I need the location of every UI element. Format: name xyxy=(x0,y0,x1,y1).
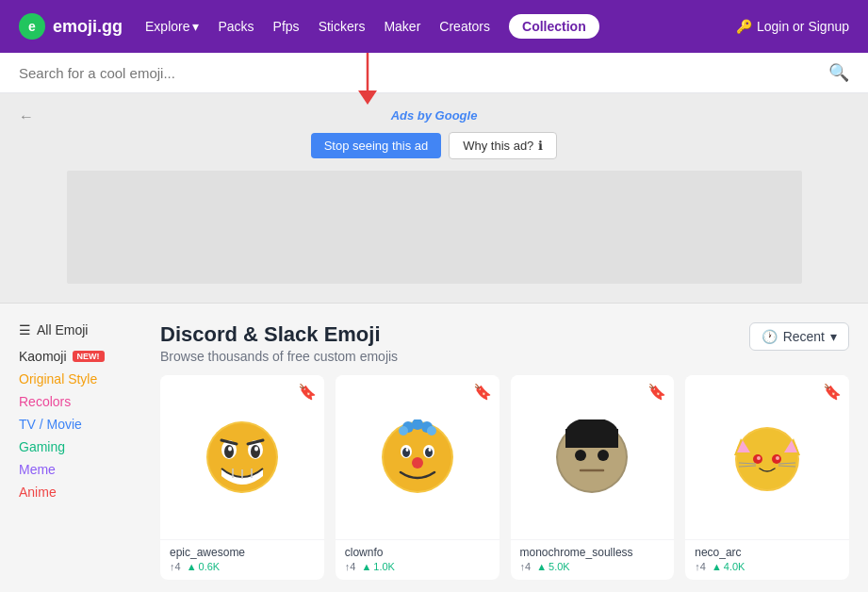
section-header: Discord & Slack Emoji Browse thousands o… xyxy=(160,322,849,364)
bookmark-icon[interactable]: 🔖 xyxy=(823,383,842,401)
svg-point-34 xyxy=(598,450,609,461)
svg-point-33 xyxy=(575,450,586,461)
svg-marker-1 xyxy=(358,90,377,105)
stat-growth: ▲ 0.6K xyxy=(187,561,221,572)
ad-buttons: Stop seeing this ad Why this ad? ℹ xyxy=(311,132,558,159)
nav-pfps[interactable]: Pfps xyxy=(273,19,300,34)
section-subtitle: Browse thousands of free custom emojis xyxy=(160,349,398,364)
section-title: Discord & Slack Emoji xyxy=(160,322,398,347)
emoji-section: Discord & Slack Emoji Browse thousands o… xyxy=(160,322,849,580)
sidebar-item-all-emoji[interactable]: ☰ All Emoji xyxy=(19,322,141,337)
chevron-down-icon: ▾ xyxy=(830,329,837,344)
sidebar-item-gaming[interactable]: Gaming xyxy=(19,439,141,454)
sidebar-item-kaomoji[interactable]: Kaomoji New! xyxy=(19,349,141,364)
svg-point-45 xyxy=(776,456,779,460)
header: e emoji.gg Explore ▾ Packs Pfps Stickers… xyxy=(0,0,868,53)
meme-label: Meme xyxy=(19,462,56,477)
emoji-stats: ↑4 ▲ 1.0K xyxy=(345,561,490,572)
gaming-label: Gaming xyxy=(19,439,65,454)
logo-name: emoji.gg xyxy=(53,17,123,37)
back-arrow[interactable]: ← xyxy=(19,108,34,125)
card-info: epic_awesome ↑4 ▲ 0.6K xyxy=(160,539,324,580)
emoji-grid: 🔖 epic_awesome ↑4 ▲ 0.6K xyxy=(160,375,849,580)
why-ad-button[interactable]: Why this ad? ℹ xyxy=(449,132,557,159)
recent-button[interactable]: 🕐 Recent ▾ xyxy=(749,322,849,351)
ad-area: ← Ads by Google Stop seeing this ad Why … xyxy=(0,93,868,304)
sidebar-item-tv-movie[interactable]: TV / Movie xyxy=(19,417,141,432)
arrow-annotation xyxy=(349,53,386,113)
emoji-stats: ↑4 ▲ 0.6K xyxy=(170,561,315,572)
search-input[interactable] xyxy=(19,65,828,81)
bookmark-icon[interactable]: 🔖 xyxy=(298,383,317,401)
svg-point-27 xyxy=(405,448,408,452)
menu-icon: ☰ xyxy=(19,322,31,337)
sidebar-item-meme[interactable]: Meme xyxy=(19,462,141,477)
svg-point-22 xyxy=(412,457,423,469)
stat-count: ↑4 xyxy=(695,561,706,572)
emoji-name: epic_awesome xyxy=(170,546,315,559)
emoji-stats: ↑4 ▲ 4.0K xyxy=(695,561,840,572)
emoji-stats: ↑4 ▲ 5.0K xyxy=(520,561,665,572)
emoji-name: monochrome_soulless xyxy=(520,546,665,559)
nav-explore[interactable]: Explore ▾ xyxy=(145,19,199,34)
svg-point-20 xyxy=(399,426,408,436)
emoji-card[interactable]: 🔖 epic_awesome ↑4 ▲ 0.6K xyxy=(160,375,324,580)
sidebar: ☰ All Emoji Kaomoji New! Original Style … xyxy=(19,322,141,580)
anime-label: Anime xyxy=(19,485,57,500)
emoji-name: neco_arc xyxy=(695,546,840,559)
ad-placeholder xyxy=(67,171,802,284)
svg-point-37 xyxy=(737,429,797,489)
recent-label: Recent xyxy=(783,329,825,344)
emoji-card[interactable]: 🔖 monochrome_soulless ↑4 ▲ 5.0K xyxy=(511,375,675,580)
stat-count: ↑4 xyxy=(345,561,356,572)
stat-count: ↑4 xyxy=(170,561,181,572)
svg-rect-32 xyxy=(565,429,618,448)
section-title-group: Discord & Slack Emoji Browse thousands o… xyxy=(160,322,398,364)
kaomoji-label: Kaomoji xyxy=(19,349,67,364)
stat-growth: ▲ 5.0K xyxy=(536,561,570,572)
svg-point-21 xyxy=(427,426,436,436)
svg-point-8 xyxy=(228,446,232,451)
sidebar-item-recolors[interactable]: Recolors xyxy=(19,394,141,409)
nav-stickers[interactable]: Stickers xyxy=(319,19,366,34)
bookmark-icon[interactable]: 🔖 xyxy=(647,383,666,401)
login-button[interactable]: 🔑 Login or Signup xyxy=(736,19,849,34)
logo-icon: e xyxy=(19,13,45,40)
sidebar-item-anime[interactable]: Anime xyxy=(19,485,141,500)
svg-point-44 xyxy=(757,456,761,460)
original-style-label: Original Style xyxy=(19,371,97,386)
main-content: ☰ All Emoji Kaomoji New! Original Style … xyxy=(0,304,868,580)
svg-point-28 xyxy=(428,448,431,452)
nav-collection[interactable]: Collection xyxy=(509,14,599,39)
info-icon: ℹ xyxy=(538,139,543,153)
new-badge: New! xyxy=(73,351,105,362)
logo[interactable]: e emoji.gg xyxy=(19,13,123,40)
search-bar: 🔍 xyxy=(0,53,868,93)
emoji-card[interactable]: 🔖 clownfo ↑4 ▲ 1.0K xyxy=(336,375,500,580)
svg-point-9 xyxy=(254,446,258,451)
card-info: neco_arc ↑4 ▲ 4.0K xyxy=(685,539,849,580)
nav-links: Explore ▾ Packs Pfps Stickers Maker Crea… xyxy=(145,14,713,39)
tv-movie-label: TV / Movie xyxy=(19,417,82,432)
stat-growth: ▲ 4.0K xyxy=(712,561,745,572)
nav-creators[interactable]: Creators xyxy=(439,19,490,34)
stat-count: ↑4 xyxy=(520,561,532,572)
emoji-name: clownfo xyxy=(345,546,490,559)
nav-maker[interactable]: Maker xyxy=(384,19,420,34)
bookmark-icon[interactable]: 🔖 xyxy=(473,383,492,401)
ads-by-google: Ads by Google xyxy=(391,108,478,123)
nav-packs[interactable]: Packs xyxy=(218,19,254,34)
emoji-card[interactable]: 🔖 neco_arc ↑4 ▲ 4.0K xyxy=(685,375,849,580)
sidebar-item-original-style[interactable]: Original Style xyxy=(19,371,141,386)
stop-ad-button[interactable]: Stop seeing this ad xyxy=(311,133,442,158)
card-info: clownfo ↑4 ▲ 1.0K xyxy=(336,539,500,580)
clock-icon: 🕐 xyxy=(762,329,778,344)
card-info: monochrome_soulless ↑4 ▲ 5.0K xyxy=(511,539,675,580)
search-button[interactable]: 🔍 xyxy=(828,62,849,83)
recolors-label: Recolors xyxy=(19,394,71,409)
stat-growth: ▲ 1.0K xyxy=(361,561,395,572)
